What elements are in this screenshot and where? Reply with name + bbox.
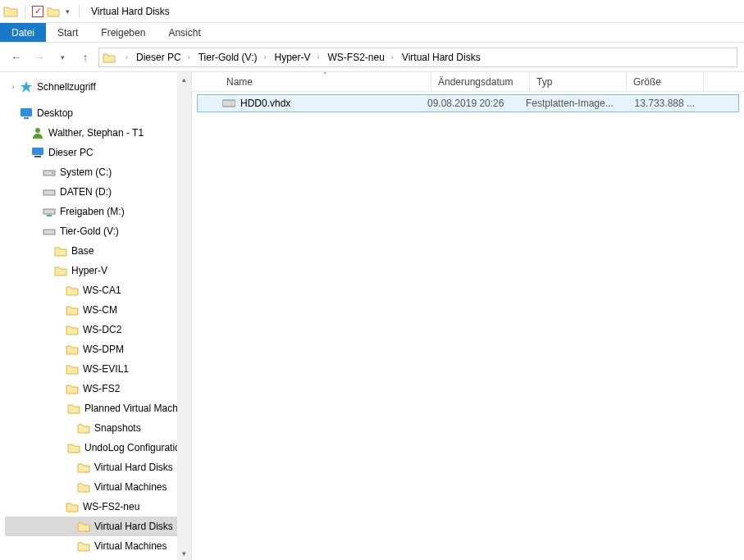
sidebar-item-base[interactable]: Base	[5, 241, 191, 261]
folder-icon	[66, 500, 79, 513]
svg-rect-4	[32, 148, 43, 155]
svg-rect-9	[43, 209, 55, 214]
sidebar-item-wsevil1[interactable]: WS-EVIL1	[5, 359, 191, 379]
sidebar-item-user[interactable]: Walther, Stephan - T1	[5, 123, 191, 143]
breadcrumb[interactable]: › Dieser PC› Tier-Gold (V:)› Hyper-V› WS…	[98, 48, 737, 67]
file-row[interactable]: HDD0.vhdx 09.08.2019 20:26 Festplatten-I…	[197, 94, 739, 112]
qat-properties-icon[interactable]: ✓	[32, 6, 43, 17]
disk-image-icon	[222, 98, 235, 108]
sidebar-item-vhd-selected[interactable]: Virtual Hard Disks	[5, 517, 191, 536]
nav-back-button[interactable]: ←	[7, 48, 26, 67]
svg-rect-5	[34, 156, 41, 157]
column-type[interactable]: Typ	[530, 72, 627, 91]
folder-icon	[66, 362, 79, 376]
folder-icon	[77, 461, 90, 474]
column-headers: Name ˄ Änderungsdatum Typ Größe	[192, 72, 744, 92]
folder-icon	[66, 382, 79, 395]
sidebar-item-datend[interactable]: DATEN (D:)	[5, 182, 191, 202]
expand-icon[interactable]: ›	[8, 83, 18, 91]
nav-history-dropdown[interactable]: ▾	[52, 48, 72, 67]
svg-rect-10	[47, 215, 52, 216]
file-list-pane: Name ˄ Änderungsdatum Typ Größe HDD0.vhd…	[192, 72, 744, 560]
column-size[interactable]: Größe	[627, 72, 704, 91]
folder-icon	[66, 323, 79, 336]
sidebar-item-vm2[interactable]: Virtual Machines	[5, 536, 191, 556]
tab-home[interactable]: Start	[46, 23, 89, 42]
chevron-right-icon[interactable]: ›	[183, 53, 195, 61]
sidebar-item-tiergold[interactable]: Tier-Gold (V:)	[5, 221, 191, 241]
navigation-pane: › Schnellzugriff Desktop Walther, Stepha…	[0, 72, 192, 560]
svg-rect-12	[222, 100, 235, 107]
tab-view[interactable]: Ansicht	[157, 23, 212, 42]
folder-icon	[77, 520, 90, 533]
tab-file[interactable]: Datei	[0, 23, 46, 42]
folder-icon	[67, 441, 80, 454]
sidebar-item-wsfs2[interactable]: WS-FS2	[5, 379, 191, 398]
sidebar-item-vm1[interactable]: Virtual Machines	[5, 477, 191, 497]
tab-share[interactable]: Freigeben	[89, 23, 157, 42]
desktop-icon	[20, 107, 33, 120]
chevron-right-icon[interactable]: ›	[258, 53, 271, 61]
sidebar-item-wscm[interactable]: WS-CM	[5, 300, 191, 320]
file-size: 13.733.888 ...	[623, 98, 700, 109]
sidebar-item-snapshots[interactable]: Snapshots	[5, 418, 191, 438]
crumb-tiergold[interactable]: Tier-Gold (V:)	[197, 52, 259, 63]
network-drive-icon	[43, 205, 56, 218]
scroll-up-icon[interactable]: ▴	[177, 72, 191, 86]
file-name: HDD0.vhdx	[240, 98, 290, 109]
sidebar-item-thispc[interactable]: Dieser PC	[5, 143, 191, 162]
folder-icon	[77, 480, 90, 494]
svg-point-3	[35, 128, 40, 133]
address-bar: ← → ▾ ↑ › Dieser PC› Tier-Gold (V:)› Hyp…	[0, 43, 744, 72]
scroll-down-icon[interactable]: ▾	[177, 546, 191, 560]
crumb-vhd[interactable]: Virtual Hard Disks	[400, 52, 482, 63]
folder-icon	[77, 540, 90, 553]
folder-icon	[66, 343, 79, 356]
qat-customize-dropdown[interactable]: ▾	[63, 7, 72, 16]
svg-rect-1	[21, 108, 32, 116]
sidebar-item-systemc[interactable]: System (C:)	[5, 162, 191, 182]
app-folder-icon	[3, 4, 18, 19]
sidebar-item-vhd1[interactable]: Virtual Hard Disks	[5, 458, 191, 477]
chevron-right-icon[interactable]: ›	[121, 53, 133, 61]
qat-newfolder-icon[interactable]	[47, 5, 60, 18]
crumb-hyperv[interactable]: Hyper-V	[272, 52, 312, 63]
column-date[interactable]: Änderungsdatum	[431, 72, 530, 91]
svg-rect-11	[43, 230, 55, 234]
quickaccess-icon	[20, 80, 33, 93]
column-name[interactable]: Name ˄	[220, 72, 431, 91]
title-bar: ✓ ▾ Virtual Hard Disks	[0, 0, 744, 23]
sidebar-item-hyperv[interactable]: Hyper-V	[5, 261, 191, 280]
chevron-right-icon[interactable]: ›	[386, 53, 399, 61]
crumb-wsfs2neu[interactable]: WS-FS2-neu	[326, 52, 386, 63]
window-title: Virtual Hard Disks	[91, 6, 170, 17]
crumb-thispc[interactable]: Dieser PC	[135, 52, 183, 63]
sidebar-item-freigaben[interactable]: Freigaben (M:)	[5, 202, 191, 221]
drive-icon	[43, 166, 56, 179]
sidebar-item-wsca1[interactable]: WS-CA1	[5, 280, 191, 300]
sidebar-scrollbar[interactable]: ▴ ▾	[177, 72, 191, 560]
sidebar-item-wsdpm[interactable]: WS-DPM	[5, 339, 191, 359]
svg-marker-0	[21, 81, 32, 93]
user-icon	[31, 126, 44, 139]
folder-icon	[67, 402, 80, 415]
folder-icon	[66, 303, 79, 316]
nav-up-button[interactable]: ↑	[75, 48, 95, 67]
drive-icon	[43, 225, 56, 238]
file-date: 09.08.2019 20:26	[427, 98, 526, 109]
chevron-right-icon[interactable]: ›	[313, 53, 325, 61]
svg-point-7	[52, 172, 53, 174]
svg-rect-2	[24, 117, 29, 119]
nav-forward-button[interactable]: →	[30, 48, 49, 67]
folder-icon	[54, 264, 67, 277]
folder-icon	[66, 284, 79, 297]
pc-icon	[31, 146, 44, 159]
sidebar-item-desktop[interactable]: Desktop	[5, 103, 191, 123]
sidebar-item-undolog[interactable]: UndoLog Configuration	[5, 438, 191, 458]
breadcrumb-folder-icon	[103, 51, 119, 64]
sidebar-item-wsdc2[interactable]: WS-DC2	[5, 320, 191, 339]
folder-icon	[54, 244, 67, 257]
sidebar-item-wsfs2neu[interactable]: WS-FS2-neu	[5, 497, 191, 517]
sidebar-item-quickaccess[interactable]: › Schnellzugriff	[5, 77, 191, 97]
sidebar-item-planned[interactable]: Planned Virtual Machines	[5, 398, 191, 418]
